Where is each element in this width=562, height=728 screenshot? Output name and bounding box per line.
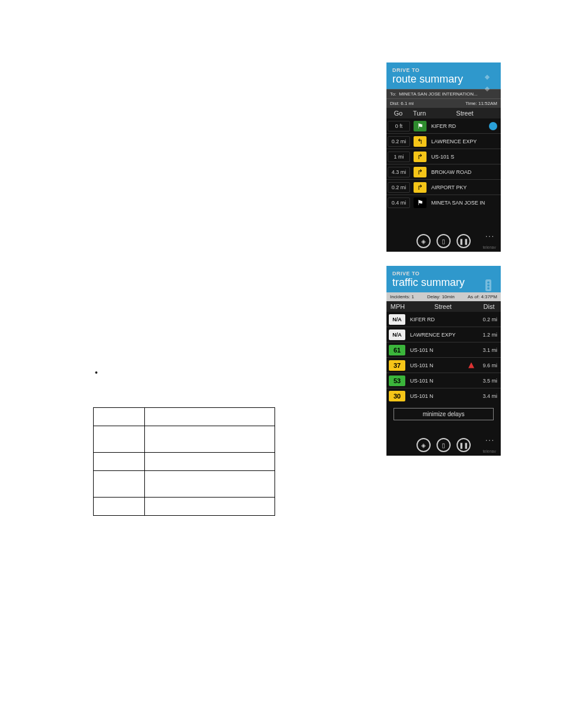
- turn-icon: ↱: [414, 167, 427, 177]
- info-badge-icon: [489, 122, 497, 130]
- table-row[interactable]: 0.2 mi ↰ LAWRENCE EXPY: [386, 134, 501, 149]
- table-cell: [94, 426, 145, 453]
- table-row[interactable]: 1 mi ↱ US-101 S: [386, 149, 501, 164]
- col-turn: Turn: [410, 108, 429, 118]
- table-row[interactable]: 61 US-101 N 3.1 mi: [386, 342, 501, 358]
- dist-value: 3.5 mi: [476, 378, 501, 384]
- route-header: DRIVE TO route summary: [386, 62, 501, 89]
- table-row[interactable]: 53 US-101 N 3.5 mi: [386, 373, 501, 388]
- mph-value: N/A: [389, 330, 405, 340]
- mph-value: 61: [389, 345, 405, 355]
- turn-icon: ↰: [414, 136, 427, 147]
- traffic-columns: MPH Street Dist: [386, 301, 501, 312]
- dist-value: 1.2 mi: [476, 332, 501, 338]
- minimize-delays-button[interactable]: minimize delays: [394, 408, 494, 420]
- table-cell: [94, 498, 145, 516]
- drive-to-label: DRIVE TO: [392, 67, 495, 73]
- route-summary-screenshot: DRIVE TO route summary To: MINETA SAN JO…: [386, 62, 501, 252]
- traffic-header: DRIVE TO traffic summary: [386, 266, 501, 292]
- col-dist: Dist: [477, 301, 501, 312]
- brand-label: telenav: [482, 449, 496, 453]
- bullet: •: [95, 368, 98, 377]
- street-name: AIRPORT PKY: [429, 185, 501, 190]
- table-row[interactable]: 0.4 mi ⚑ MINETA SAN JOSE IN: [386, 195, 501, 210]
- table-cell: [94, 471, 145, 498]
- street-name: US-101 N: [408, 347, 476, 353]
- mph-value: 53: [389, 375, 405, 386]
- route-meta-2: Dist: 6.1 mi Time: 11:52AM: [386, 98, 501, 108]
- route-columns: Go Turn Street: [386, 108, 501, 118]
- street-name: LAWRENCE EXPY: [408, 332, 476, 338]
- go-value: 0.2 mi: [388, 136, 410, 147]
- table-row[interactable]: 4.3 mi ↱ BROKAW ROAD: [386, 164, 501, 180]
- turn-icon: ↱: [414, 182, 427, 193]
- table-cell: [94, 408, 145, 426]
- pause-icon[interactable]: ❚❚: [457, 234, 471, 248]
- go-value: 1 mi: [388, 151, 410, 162]
- table-row[interactable]: N/A KIFER RD 0.2 mi: [386, 312, 501, 327]
- table-cell: [145, 471, 275, 498]
- table-cell: [94, 453, 145, 471]
- dist-value: 9.6 mi: [476, 363, 501, 368]
- list-icon[interactable]: ▯: [437, 234, 451, 248]
- dist-value: 3.4 mi: [476, 393, 501, 399]
- turn-icon: ⚑: [414, 197, 427, 208]
- svg-point-2: [487, 284, 490, 286]
- turn-icon: ↱: [414, 151, 427, 162]
- list-icon[interactable]: ▯: [437, 438, 451, 452]
- col-go: Go: [386, 108, 410, 118]
- drive-to-label: DRIVE TO: [392, 271, 495, 276]
- street-name: LAWRENCE EXPY: [429, 139, 501, 144]
- compass-icon: [477, 73, 497, 93]
- go-value: 0.4 mi: [388, 197, 410, 208]
- svg-point-1: [487, 281, 490, 284]
- go-value: 0 ft: [388, 121, 410, 131]
- street-name: KIFER RD: [408, 317, 476, 322]
- table-cell: [145, 426, 275, 453]
- mph-value: N/A: [389, 314, 405, 325]
- svg-point-3: [487, 287, 490, 289]
- traffic-light-icon: [480, 276, 497, 294]
- go-value: 0.2 mi: [388, 182, 410, 193]
- table-row[interactable]: 30 US-101 N 3.4 mi: [386, 388, 501, 403]
- street-name: MINETA SAN JOSE IN: [429, 200, 501, 206]
- table-row[interactable]: 37 US-101 N 9.6 mi: [386, 358, 501, 373]
- legend-table: [93, 407, 275, 516]
- street-name: US-101 N: [408, 378, 476, 384]
- table-cell: [145, 498, 275, 516]
- table-row[interactable]: 0.2 mi ↱ AIRPORT PKY: [386, 180, 501, 195]
- col-street: Street: [409, 301, 477, 312]
- pause-icon[interactable]: ❚❚: [457, 438, 471, 452]
- col-street: Street: [429, 108, 501, 118]
- street-name: KIFER RD: [429, 123, 489, 129]
- incident-alert-icon: [468, 363, 474, 368]
- turn-icon: ⚑: [414, 121, 427, 131]
- mph-value: 37: [389, 360, 405, 371]
- table-cell: [145, 408, 275, 426]
- table-cell: [145, 453, 275, 471]
- street-name: US-101 N: [408, 393, 476, 399]
- dist-value: 0.2 mi: [476, 317, 501, 322]
- nav-icon[interactable]: ◈: [416, 438, 431, 452]
- nav-icon[interactable]: ◈: [416, 234, 431, 248]
- mph-value: 30: [389, 391, 405, 401]
- street-name: BROKAW ROAD: [429, 169, 501, 175]
- col-mph: MPH: [386, 301, 409, 312]
- street-name: US-101 S: [429, 154, 501, 160]
- go-value: 4.3 mi: [388, 167, 410, 177]
- table-row[interactable]: N/A LAWRENCE EXPY 1.2 mi: [386, 327, 501, 342]
- street-name: US-101 N: [408, 363, 468, 368]
- table-row[interactable]: 0 ft ⚑ KIFER RD: [386, 118, 501, 134]
- dist-value: 3.1 mi: [476, 347, 501, 353]
- brand-label: telenav: [482, 245, 496, 249]
- traffic-summary-screenshot: DRIVE TO traffic summary Incidents: 1 De…: [386, 266, 501, 456]
